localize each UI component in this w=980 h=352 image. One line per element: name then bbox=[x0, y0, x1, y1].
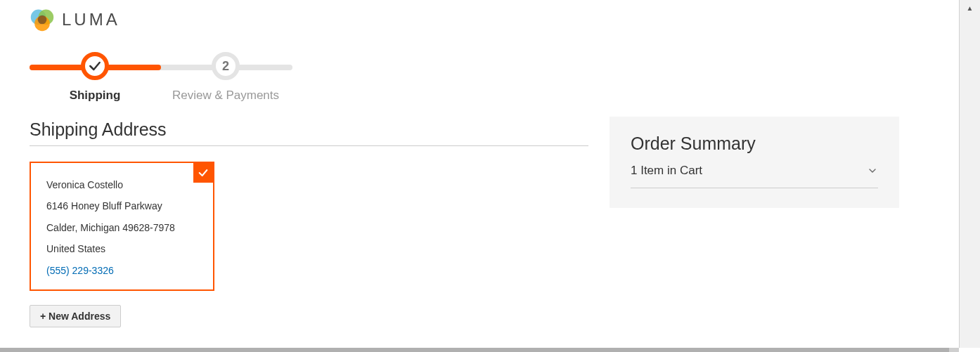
shipping-address-card[interactable]: Veronica Costello 6146 Honey Bluff Parkw… bbox=[30, 162, 214, 291]
progress-step-shipping: Shipping bbox=[30, 52, 160, 103]
progress-bubble-active bbox=[81, 52, 109, 80]
address-country: United States bbox=[46, 241, 199, 256]
luma-logo-icon bbox=[30, 7, 55, 32]
brand-logo[interactable]: LUMA bbox=[30, 7, 929, 32]
scrollbar-thumb[interactable] bbox=[0, 348, 949, 352]
checkmark-icon bbox=[88, 59, 102, 73]
new-address-button[interactable]: + New Address bbox=[30, 305, 121, 327]
order-summary-title: Order Summary bbox=[631, 133, 878, 154]
scroll-up-arrow-icon[interactable]: ▲ bbox=[960, 0, 980, 15]
brand-name: LUMA bbox=[62, 10, 120, 30]
progress-label-shipping: Shipping bbox=[30, 89, 160, 103]
address-street: 6146 Honey Bluff Parkway bbox=[46, 198, 199, 214]
cart-items-toggle[interactable]: 1 Item in Cart bbox=[631, 154, 878, 188]
order-summary-panel: Order Summary 1 Item in Cart bbox=[610, 117, 899, 208]
cart-items-count: 1 Item in Cart bbox=[631, 164, 702, 178]
browser-horizontal-scrollbar[interactable] bbox=[0, 348, 959, 352]
address-phone-link[interactable]: (555) 229-3326 bbox=[46, 265, 114, 276]
address-city-state-zip: Calder, Michigan 49628-7978 bbox=[46, 220, 199, 235]
scrollbar-track[interactable] bbox=[960, 15, 980, 348]
shipping-address-title: Shipping Address bbox=[30, 119, 588, 146]
progress-bubble-pending: 2 bbox=[212, 52, 240, 80]
selected-address-badge bbox=[193, 163, 213, 183]
address-name: Veronica Costello bbox=[46, 177, 199, 193]
chevron-down-icon bbox=[867, 165, 878, 176]
progress-label-review: Review & Payments bbox=[160, 89, 291, 103]
checkmark-icon bbox=[198, 167, 209, 178]
checkout-progress: Shipping 2 Review & Payments bbox=[30, 52, 292, 101]
browser-vertical-scrollbar[interactable]: ▲ bbox=[959, 0, 980, 348]
svg-point-3 bbox=[38, 15, 47, 25]
progress-step-review: 2 Review & Payments bbox=[160, 52, 291, 103]
